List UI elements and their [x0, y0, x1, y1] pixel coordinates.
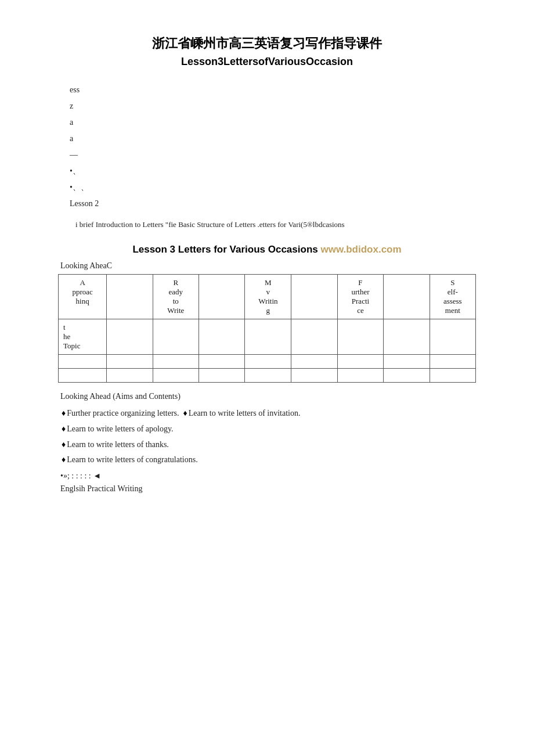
brief-intro: i brief Introduction to Letters "fie Bas…: [58, 218, 476, 231]
toc-item-1: ess: [70, 82, 476, 98]
section-heading-text: Lesson 3 Letters for Various Occasions: [132, 244, 317, 255]
table-cell-h1-5: MvWriting: [245, 275, 291, 319]
sub-title: Lesson3LettersofVariousOccasion: [58, 56, 476, 68]
table-empty-2-4: [199, 369, 244, 383]
aims-title: Looking Ahead (Aims and Contents): [60, 392, 476, 401]
aims-item-3: ♦Learn to write letters of thanks.: [60, 437, 476, 453]
table-header-row-2: theTopic: [59, 319, 476, 355]
table-empty-2-7: [337, 369, 383, 383]
table-empty-1-8: [384, 355, 430, 369]
diamond-icon-4: ♦: [62, 440, 66, 449]
aims-item-2: ♦Learn to write letters of apology.: [60, 422, 476, 437]
page: 浙江省嵊州市高三英语复习写作指导课件 Lesson3LettersofVario…: [0, 0, 534, 756]
toc-item-7: •、、: [70, 179, 476, 196]
table-cell-h1-2: [107, 275, 153, 319]
title-section: 浙江省嵊州市高三英语复习写作指导课件 Lesson3LettersofVario…: [58, 35, 476, 68]
table-empty-1-3: [153, 355, 199, 369]
special-symbols-line: •»; : : : : : ◄: [60, 471, 476, 481]
toc-item-3: a: [70, 114, 476, 131]
diamond-icon-1: ♦: [62, 409, 66, 417]
table-empty-1-6: [291, 355, 337, 369]
looking-ahead-label: Looking AheaC: [58, 261, 476, 271]
diamond-icon-5: ♦: [62, 455, 66, 464]
table-cell-h2-4: [199, 319, 244, 355]
table-cell-h2-1: theTopic: [59, 319, 107, 355]
toc-item-5: —: [70, 147, 476, 163]
toc-item-6: •、: [70, 163, 476, 179]
table-empty-2-1: [59, 369, 107, 383]
diamond-icon-2: ♦: [183, 409, 187, 417]
table-empty-1-1: [59, 355, 107, 369]
watermark: www.bdidox.com: [320, 244, 401, 255]
table-cell-h2-5: [245, 319, 291, 355]
diamond-icon-3: ♦: [62, 424, 66, 433]
toc-item-4: a: [70, 131, 476, 147]
table-empty-1-5: [245, 355, 291, 369]
table-empty-row-2: [59, 369, 476, 383]
table-empty-2-3: [153, 369, 199, 383]
aims-section: Looking Ahead (Aims and Contents) ♦Furth…: [58, 392, 476, 493]
content-table: Approachinq ReadytoWrite MvWriting Furth…: [58, 274, 476, 383]
table-cell-h1-6: [291, 275, 337, 319]
footer-label: Englsih Practical Writing: [60, 484, 476, 494]
main-title: 浙江省嵊州市高三英语复习写作指导课件: [58, 35, 476, 52]
table-empty-2-8: [384, 369, 430, 383]
table-cell-h1-1: Approachinq: [59, 275, 107, 319]
table-empty-2-6: [291, 369, 337, 383]
toc-item-2: z: [70, 98, 476, 114]
table-cell-h2-6: [291, 319, 337, 355]
table-header-row-1: Approachinq ReadytoWrite MvWriting Furth…: [59, 275, 476, 319]
table-cell-h2-2: [107, 319, 153, 355]
toc-item-8: Lesson 2: [70, 196, 476, 212]
table-empty-1-9: [430, 355, 475, 369]
table-cell-h1-8: [384, 275, 430, 319]
table-cell-h2-8: [384, 319, 430, 355]
table-empty-2-5: [245, 369, 291, 383]
table-cell-h1-3: ReadytoWrite: [153, 275, 199, 319]
table-empty-1-4: [199, 355, 244, 369]
table-cell-h2-3: [153, 319, 199, 355]
table-cell-h1-9: Self-assessment: [430, 275, 475, 319]
table-empty-1-7: [337, 355, 383, 369]
aims-item-1: ♦Further practice organizing letters. ♦L…: [60, 406, 476, 422]
table-cell-h1-4: [199, 275, 244, 319]
table-cell-h2-7: [337, 319, 383, 355]
table-cell-h1-7: FurtherPractice: [337, 275, 383, 319]
section-heading: Lesson 3 Letters for Various Occasions w…: [58, 244, 476, 255]
table-empty-2-9: [430, 369, 475, 383]
table-empty-row-1: [59, 355, 476, 369]
table-cell-h2-9: [430, 319, 475, 355]
table-empty-2-2: [107, 369, 153, 383]
aims-item-4: ♦Learn to write letters of congratulatio…: [60, 452, 476, 468]
toc-section: ess z a a — •、 •、、 Lesson 2: [58, 82, 476, 212]
table-empty-1-2: [107, 355, 153, 369]
